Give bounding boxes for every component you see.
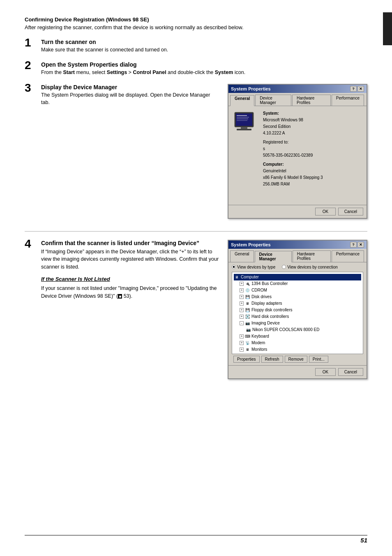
expand-floppy[interactable]: + bbox=[240, 308, 244, 312]
system-edition: Second Edition bbox=[263, 123, 323, 130]
dialog1-titlebar: System Properties ? ✕ bbox=[228, 85, 367, 93]
registered-number: 50578-335-0622301-02389 bbox=[263, 152, 323, 159]
page-container: Confirming Device Registration (Windows … bbox=[0, 0, 392, 556]
computer-ram: 256.0MB RAM bbox=[263, 181, 323, 188]
step-3-heading: Display the Device Manager bbox=[41, 84, 219, 90]
step-2-content: Open the System Properties dialog From t… bbox=[41, 61, 367, 76]
device-modem[interactable]: + 📡 Modem bbox=[240, 340, 361, 346]
device-keyboard[interactable]: + ⌨ Keyboard bbox=[240, 333, 361, 340]
dialog1-close-btn[interactable]: ✕ bbox=[357, 86, 364, 92]
registered-name: s bbox=[263, 146, 323, 152]
dialog2-footer: OK Cancel bbox=[228, 365, 367, 378]
dialog1-help-btn[interactable]: ? bbox=[350, 86, 357, 92]
step-4-number: 4 bbox=[25, 238, 41, 250]
step-2-text: From the Start menu, select Settings > C… bbox=[41, 69, 367, 76]
step-4-row: 4 Confirm that the scanner is listed und… bbox=[25, 240, 367, 379]
computer-icon-area bbox=[233, 110, 259, 136]
device-diskdrives[interactable]: + 💾 Disk drives bbox=[240, 294, 361, 300]
dialog2-tab-devicemgr[interactable]: Device Manager bbox=[255, 251, 292, 262]
device-cdrom[interactable]: + 💿 CDROM bbox=[240, 287, 361, 294]
registered-label: Registered to: bbox=[263, 139, 323, 146]
dialog2-tab-performance[interactable]: Performance bbox=[332, 250, 364, 262]
dialog2-body: View devices by type View devices by con… bbox=[228, 262, 367, 365]
device-imaging[interactable]: - 📷 Imaging Device bbox=[240, 320, 361, 327]
expand-imaging[interactable]: - bbox=[240, 321, 244, 325]
system-version: 4.10.2222 A bbox=[263, 130, 323, 137]
dialog1-cancel-btn[interactable]: Cancel bbox=[338, 208, 363, 215]
device-modem-label: Modem bbox=[251, 341, 265, 345]
dialog2-cancel-btn[interactable]: Cancel bbox=[338, 368, 363, 376]
step-1-number: 1 bbox=[25, 37, 41, 49]
expand-keyboard[interactable]: + bbox=[240, 334, 244, 338]
device-1394-label: 1394 Bus Controller bbox=[251, 281, 288, 286]
section-subtitle: After registering the scanner, confirm t… bbox=[25, 24, 367, 30]
dialog1-title-buttons: ? ✕ bbox=[350, 86, 364, 92]
device-nikon[interactable]: 📷 Nikon SUPER COOLSCAN 8000 ED bbox=[245, 327, 361, 333]
device-computer[interactable]: 🖥 Computer bbox=[234, 274, 361, 280]
dialog2-titlebar: System Properties ? ✕ bbox=[228, 241, 367, 249]
device-diskdrives-icon: 💾 bbox=[244, 294, 250, 300]
dm-remove-btn[interactable]: Remove bbox=[285, 356, 307, 363]
section-title: Confirming Device Registration (Windows … bbox=[25, 16, 367, 23]
radio-connection[interactable]: View devices by connection bbox=[282, 265, 338, 269]
device-keyboard-label: Keyboard bbox=[251, 334, 269, 338]
device-diskdrives-label: Disk drives bbox=[251, 294, 272, 299]
system-properties-dialog-1: System Properties ? ✕ General Device Man… bbox=[228, 84, 367, 219]
device-cdrom-label: CDROM bbox=[251, 288, 267, 292]
dialog2-ok-btn[interactable]: OK bbox=[315, 368, 336, 376]
dialog1-tab-general[interactable]: General bbox=[230, 95, 254, 106]
dm-refresh-btn[interactable]: Refresh bbox=[261, 356, 283, 363]
step-4-italic-note: If the Scanner Is Not Listed bbox=[41, 276, 219, 282]
step-2-row: 2 Open the System Properties dialog From… bbox=[25, 61, 367, 76]
device-display-label: Display adapters bbox=[251, 301, 282, 306]
device-floppy[interactable]: + 💾 Floppy disk controllers bbox=[240, 307, 361, 313]
radio-type[interactable]: View devices by type bbox=[232, 265, 275, 269]
device-nikon-icon: 📷 bbox=[245, 327, 251, 333]
system-info: System: Microsoft Windows 98 Second Edit… bbox=[233, 110, 362, 188]
device-monitors[interactable]: + 🖥 Monitors bbox=[240, 346, 361, 353]
expand-harddisk[interactable]: + bbox=[240, 315, 244, 319]
device-keyboard-icon: ⌨ bbox=[244, 334, 250, 339]
step-1-text: Make sure that the scanner is connected … bbox=[41, 46, 367, 54]
device-harddisk[interactable]: + 💽 Hard disk controllers bbox=[240, 313, 361, 320]
expand-1394[interactable]: + bbox=[240, 282, 244, 286]
dialog2-help-btn[interactable]: ? bbox=[350, 242, 357, 248]
device-computer-label: Computer bbox=[241, 275, 259, 279]
dialog1-ok-btn[interactable]: OK bbox=[315, 208, 336, 215]
device-imaging-icon: 📷 bbox=[244, 320, 250, 326]
expand-monitors[interactable]: + bbox=[240, 348, 244, 352]
dialog1-tab-hwprofiles[interactable]: Hardware Profiles bbox=[292, 95, 331, 106]
device-imaging-label: Imaging Device bbox=[251, 321, 280, 325]
computer-device-icon: 🖥 bbox=[234, 274, 240, 280]
device-1394-icon: 🔌 bbox=[244, 281, 250, 287]
dialog1-body: System: Microsoft Windows 98 Second Edit… bbox=[228, 106, 367, 205]
side-tab bbox=[383, 12, 392, 45]
dialog2-tab-hwprofiles[interactable]: Hardware Profiles bbox=[293, 250, 331, 262]
device-1394[interactable]: + 🔌 1394 Bus Controller bbox=[240, 280, 361, 287]
computer-icon bbox=[233, 110, 257, 135]
dialog1-tab-devicemgr[interactable]: Device Manager bbox=[255, 95, 291, 106]
dm-buttons: Properties Refresh Remove Print... bbox=[232, 354, 363, 363]
expand-diskdrives[interactable]: + bbox=[240, 295, 244, 299]
step-4-text-col: Confirm that the scanner is listed under… bbox=[41, 240, 219, 379]
device-display[interactable]: + 🖥 Display adapters bbox=[240, 300, 361, 307]
dm-print-btn[interactable]: Print... bbox=[309, 356, 328, 363]
dm-properties-btn[interactable]: Properties bbox=[233, 356, 260, 363]
radio-connection-circle bbox=[282, 265, 286, 269]
dialog2-title-buttons: ? ✕ bbox=[350, 242, 364, 248]
expand-modem[interactable]: + bbox=[240, 341, 244, 345]
dialog2-close-btn[interactable]: ✕ bbox=[357, 242, 364, 248]
system-label: System: bbox=[263, 110, 323, 117]
step-1-content: Turn the scanner on Make sure that the s… bbox=[41, 39, 367, 54]
svg-rect-7 bbox=[237, 129, 251, 130]
step-3-number: 3 bbox=[25, 82, 41, 94]
bottom-line bbox=[25, 535, 367, 535]
dialog2-tab-general[interactable]: General bbox=[230, 250, 254, 262]
expand-cdrom[interactable]: + bbox=[240, 288, 244, 292]
step-4-image: System Properties ? ✕ General Device Man… bbox=[228, 240, 367, 379]
page-number: 51 bbox=[360, 537, 367, 544]
radio-row: View devices by type View devices by con… bbox=[232, 265, 363, 269]
expand-display[interactable]: + bbox=[240, 301, 244, 306]
dialog1-tab-performance[interactable]: Performance bbox=[332, 95, 364, 106]
device-monitors-icon: 🖥 bbox=[244, 347, 250, 352]
